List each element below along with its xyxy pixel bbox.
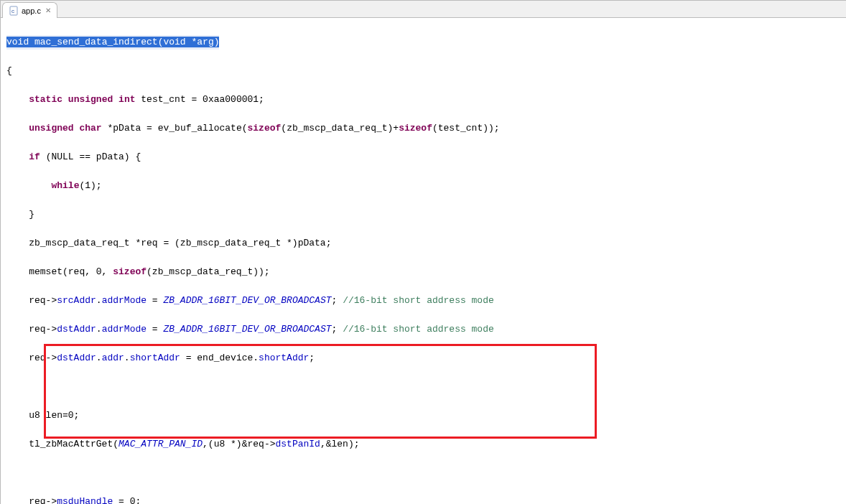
code-line: req->dstAddr.addr.shortAddr = end_device… bbox=[6, 351, 846, 365]
code-line: zb_mscp_data_req_t *req = (zb_mscp_data_… bbox=[6, 236, 846, 251]
tab-label: app.c bbox=[22, 4, 41, 18]
c-file-icon: c bbox=[9, 6, 19, 16]
close-icon[interactable]: ✕ bbox=[45, 4, 51, 18]
tab-bar: c app.c ✕ bbox=[1, 1, 846, 18]
code-line: tl_zbMacAttrGet(MAC_ATTR_PAN_ID,(u8 *)&r… bbox=[6, 437, 846, 452]
code-line bbox=[6, 466, 846, 480]
code-line: { bbox=[6, 64, 846, 78]
code-line: unsigned char *pData = ev_buf_allocate(s… bbox=[6, 121, 846, 136]
code-editor[interactable]: void mac_send_data_indirect(void *arg) {… bbox=[1, 18, 846, 504]
code-line: u8 len=0; bbox=[6, 409, 846, 423]
function-signature: void mac_send_data_indirect(void *arg) bbox=[6, 35, 846, 50]
code-line: memset(req, 0, sizeof(zb_mscp_data_req_t… bbox=[6, 265, 846, 279]
svg-text:c: c bbox=[11, 8, 14, 14]
code-line: if (NULL == pData) { bbox=[6, 150, 846, 164]
code-line bbox=[6, 380, 846, 394]
tab-app-c[interactable]: c app.c ✕ bbox=[2, 2, 57, 18]
code-line: while(1); bbox=[6, 179, 846, 193]
code-line: req->dstAddr.addrMode = ZB_ADDR_16BIT_DE… bbox=[6, 322, 846, 337]
code-line: } bbox=[6, 207, 846, 222]
code-line: static unsigned int test_cnt = 0xaa00000… bbox=[6, 93, 846, 107]
code-line: req->msduHandle = 0; bbox=[6, 495, 846, 504]
code-line: req->srcAddr.addrMode = ZB_ADDR_16BIT_DE… bbox=[6, 294, 846, 308]
